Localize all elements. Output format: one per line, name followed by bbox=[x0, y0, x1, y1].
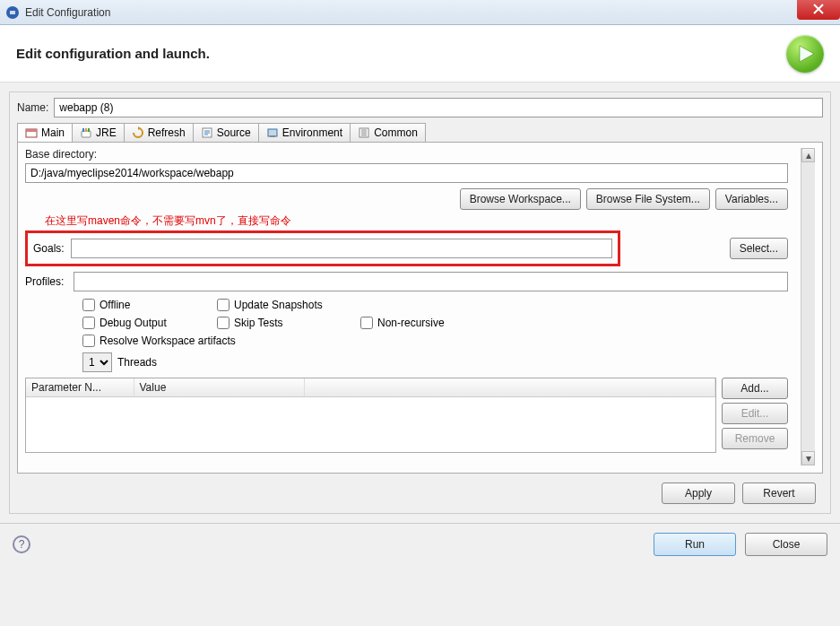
threads-label: Threads bbox=[117, 356, 157, 369]
close-icon bbox=[813, 4, 824, 14]
title-bar: Edit Configuration bbox=[0, 0, 840, 25]
window-title: Edit Configuration bbox=[25, 6, 110, 19]
svg-rect-10 bbox=[268, 129, 277, 136]
goals-highlight-box: Goals: bbox=[25, 230, 620, 266]
name-input[interactable] bbox=[54, 98, 823, 117]
svg-rect-5 bbox=[82, 128, 84, 132]
goals-label: Goals: bbox=[33, 242, 65, 255]
parameters-table[interactable]: Parameter N... Value bbox=[25, 378, 716, 453]
name-row: Name: bbox=[17, 98, 823, 117]
profiles-input[interactable] bbox=[74, 272, 788, 291]
tab-environment[interactable]: Environment bbox=[258, 123, 351, 142]
tab-source-label: Source bbox=[217, 126, 251, 139]
resolve-workspace-checkbox[interactable]: Resolve Workspace artifacts bbox=[82, 335, 495, 347]
tab-main-label: Main bbox=[41, 126, 65, 139]
goals-input[interactable] bbox=[71, 239, 612, 258]
refresh-tab-icon bbox=[132, 126, 144, 139]
svg-rect-11 bbox=[270, 135, 275, 137]
common-tab-icon bbox=[358, 126, 370, 139]
close-button[interactable]: Close bbox=[745, 533, 827, 556]
browse-workspace-button[interactable]: Browse Workspace... bbox=[460, 188, 581, 210]
svg-rect-7 bbox=[88, 128, 90, 132]
svg-rect-3 bbox=[26, 129, 37, 132]
profiles-label: Profiles: bbox=[25, 275, 68, 288]
scroll-up-arrow-icon[interactable]: ▴ bbox=[801, 148, 815, 162]
edit-parameter-button: Edit... bbox=[722, 403, 788, 424]
tab-content: Base directory: Browse Workspace... Brow… bbox=[17, 142, 823, 474]
jre-tab-icon bbox=[80, 126, 92, 139]
apply-button[interactable]: Apply bbox=[662, 483, 735, 504]
tab-bar: Main JRE Refresh Source Environment Comm… bbox=[17, 123, 823, 142]
svg-point-0 bbox=[6, 6, 19, 19]
app-icon bbox=[5, 5, 20, 20]
offline-checkbox[interactable]: Offline bbox=[82, 299, 217, 311]
window-close-button[interactable] bbox=[797, 0, 840, 20]
tab-environment-label: Environment bbox=[282, 126, 342, 139]
tab-jre-label: JRE bbox=[96, 126, 117, 139]
browse-filesystem-button[interactable]: Browse File System... bbox=[586, 188, 710, 210]
add-parameter-button[interactable]: Add... bbox=[722, 378, 788, 399]
svg-marker-1 bbox=[800, 46, 814, 62]
bottom-bar: ? Run Close bbox=[0, 523, 840, 565]
goals-annotation-note: 在这里写maven命令，不需要写mvn了，直接写命令 bbox=[45, 213, 788, 229]
threads-select[interactable]: 1 bbox=[82, 352, 112, 372]
base-directory-input[interactable] bbox=[25, 163, 788, 183]
help-icon: ? bbox=[19, 538, 25, 551]
tab-jre[interactable]: JRE bbox=[72, 123, 125, 142]
dialog-header: Edit configuration and launch. bbox=[0, 25, 840, 83]
help-button[interactable]: ? bbox=[13, 535, 30, 553]
environment-tab-icon bbox=[266, 126, 279, 139]
run-icon bbox=[786, 35, 824, 73]
revert-button[interactable]: Revert bbox=[742, 483, 816, 504]
svg-rect-6 bbox=[85, 128, 87, 132]
select-goals-button[interactable]: Select... bbox=[730, 238, 788, 259]
parameters-col-value: Value bbox=[134, 378, 304, 397]
variables-button[interactable]: Variables... bbox=[715, 188, 788, 210]
base-directory-label: Base directory: bbox=[25, 148, 788, 161]
update-snapshots-checkbox[interactable]: Update Snapshots bbox=[217, 299, 360, 311]
tab-common-label: Common bbox=[374, 126, 418, 139]
source-tab-icon bbox=[201, 126, 213, 139]
run-button[interactable]: Run bbox=[654, 533, 736, 556]
tab-main[interactable]: Main bbox=[17, 123, 73, 142]
content-area: Name: Main JRE Refresh Source bbox=[0, 83, 840, 523]
vertical-scrollbar[interactable]: ▴ ▾ bbox=[801, 148, 815, 465]
dialog-title: Edit configuration and launch. bbox=[16, 46, 210, 61]
form-container: Name: Main JRE Refresh Source bbox=[9, 91, 831, 514]
debug-output-checkbox[interactable]: Debug Output bbox=[82, 317, 217, 329]
tab-source[interactable]: Source bbox=[193, 123, 259, 142]
non-recursive-checkbox[interactable]: Non-recursive bbox=[360, 317, 495, 329]
tab-refresh-label: Refresh bbox=[148, 126, 186, 139]
svg-rect-4 bbox=[82, 131, 91, 137]
tab-refresh[interactable]: Refresh bbox=[124, 123, 194, 142]
main-tab-icon bbox=[25, 126, 38, 139]
name-label: Name: bbox=[17, 101, 48, 114]
scroll-down-arrow-icon[interactable]: ▾ bbox=[801, 451, 815, 465]
parameters-col-name: Parameter N... bbox=[26, 378, 134, 397]
skip-tests-checkbox[interactable]: Skip Tests bbox=[217, 317, 360, 329]
tab-common[interactable]: Common bbox=[350, 123, 426, 142]
remove-parameter-button: Remove bbox=[722, 428, 788, 449]
